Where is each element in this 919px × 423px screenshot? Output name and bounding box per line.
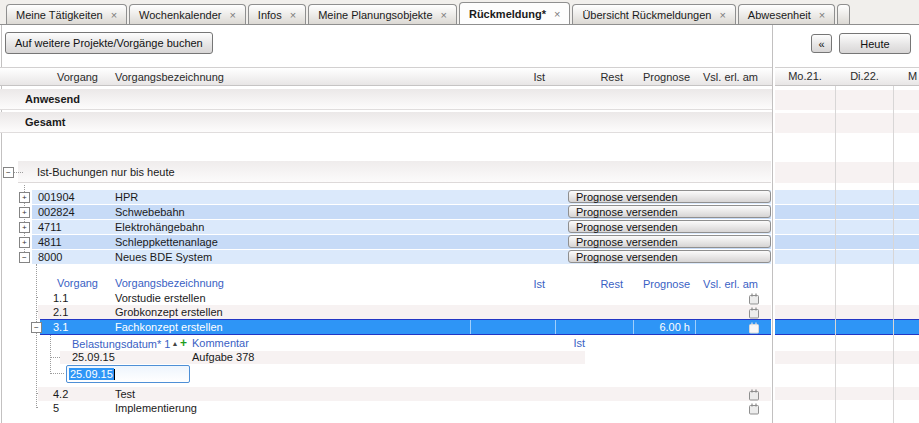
task-id: 4.2 [53, 387, 68, 401]
prognose-versenden-button[interactable]: Prognose versenden [568, 205, 771, 218]
selected-text: 25.09.15 [69, 368, 114, 380]
header-prognose: Prognose [625, 70, 690, 84]
panel-splitter[interactable] [772, 25, 773, 423]
prognose-versenden-button[interactable]: Prognose versenden [568, 235, 771, 248]
notes-icon[interactable] [748, 388, 760, 401]
booking-header-kommentar: Kommentar [192, 337, 249, 350]
calendar-row [775, 250, 919, 264]
task-name: Implementierung [115, 401, 197, 415]
subheader-rest: Rest [553, 277, 623, 291]
task-id: 5 [53, 401, 59, 415]
collapse-icon[interactable]: − [19, 252, 30, 263]
task-id: 2.1 [53, 305, 68, 319]
add-row-icon[interactable]: + [180, 336, 187, 350]
tab-meine-taetigkeiten[interactable]: Meine Tätigkeiten × [6, 4, 127, 24]
tab-uebersicht-rueckmeldungen[interactable]: Übersicht Rückmeldungen × [572, 4, 735, 24]
close-icon[interactable]: × [819, 9, 825, 21]
tab-label: Rückmeldung* [469, 8, 546, 20]
calendar-day-header: Mo.21. [775, 69, 835, 83]
tab-meine-planungsobjekte[interactable]: Meine Planungsobjekte × [308, 4, 457, 24]
project-id: 001904 [38, 190, 75, 204]
tab-label: Übersicht Rückmeldungen [582, 9, 711, 21]
tab-abwesenheit[interactable]: Abwesenheit × [738, 4, 835, 24]
project-row[interactable]: 8000 Neues BDE System Prognose versenden [32, 250, 771, 264]
notes-icon[interactable] [748, 306, 760, 319]
tab-label: Meine Tätigkeiten [16, 9, 103, 21]
prognose-versenden-button[interactable]: Prognose versenden [568, 190, 771, 203]
subheader-ist: Ist [465, 277, 545, 291]
calendar-day-header: Di.22. [836, 69, 893, 83]
project-row[interactable]: 4711 Elektrohängebahn Prognose versenden [32, 220, 771, 234]
booking-comment: Aufgabe 378 [192, 351, 254, 364]
project-name: Schwebebahn [115, 205, 185, 219]
project-id: 002824 [38, 205, 75, 219]
header-vorgang: Vorgang [57, 70, 98, 84]
rueckmeldung-screen: Meine Tätigkeiten × Wochenkalender × Inf… [0, 0, 919, 423]
project-name: Neues BDE System [115, 250, 212, 264]
expand-icon[interactable]: + [19, 207, 30, 218]
today-button[interactable]: Heute [839, 33, 911, 54]
expand-icon[interactable]: + [19, 237, 30, 248]
project-name: Elektrohängebahn [115, 220, 204, 234]
notes-icon[interactable] [748, 321, 760, 334]
task-row[interactable]: 4.2 Test [38, 387, 771, 401]
cell-separator [695, 320, 696, 334]
tab-rueckmeldung[interactable]: Rückmeldung* × [459, 2, 570, 25]
project-row[interactable]: 002824 Schwebebahn Prognose versenden [32, 205, 771, 219]
project-id: 4811 [38, 235, 62, 249]
header-vorgangsbezeichnung: Vorgangsbezeichnung [115, 70, 224, 84]
calendar-row [775, 190, 919, 204]
close-icon[interactable]: × [111, 9, 117, 21]
booking-header-datum[interactable]: Belastungsdatum* 1▲ [72, 337, 178, 350]
task-name: Vorstudie erstellen [115, 291, 206, 305]
prognose-versenden-button[interactable]: Prognose versenden [568, 250, 771, 263]
project-row[interactable]: 001904 HPR Prognose versenden [32, 190, 771, 204]
calendar-row [775, 305, 919, 319]
calendar-day-header: M [894, 69, 919, 83]
booking-row[interactable]: 25.09.15 Aufgabe 378 [60, 351, 585, 364]
summary-row-anwesend: Anwesend [0, 89, 772, 110]
expand-icon[interactable]: + [19, 192, 30, 203]
project-name: Schleppkettenanlage [115, 235, 218, 249]
tab-wochenkalender[interactable]: Wochenkalender × [129, 4, 246, 24]
tree-root-label: Ist-Buchungen nur bis heute [37, 166, 175, 178]
close-icon[interactable]: × [554, 8, 560, 20]
belastungsdatum-input[interactable]: 25.09.15 [66, 365, 190, 383]
tab-infos[interactable]: Infos × [248, 4, 306, 24]
header-vsl-erl-am: Vsl. erl. am [693, 70, 758, 84]
tab-label: Infos [258, 9, 282, 21]
collapse-icon[interactable]: − [31, 322, 42, 333]
task-row-selected[interactable]: 3.1 Fachkonzept erstellen 6.00 h [40, 319, 771, 335]
project-id: 8000 [38, 250, 62, 264]
cell-separator [470, 320, 471, 334]
summary-row-gesamt: Gesamt [0, 112, 772, 133]
task-row[interactable]: 2.1 Grobkonzept erstellen [38, 305, 771, 319]
tab-label: Abwesenheit [748, 9, 811, 21]
notes-icon[interactable] [748, 402, 760, 415]
task-row[interactable]: 5 Implementierung [38, 401, 771, 415]
booking-date: 25.09.15 [72, 351, 115, 364]
tab-partial[interactable] [837, 4, 850, 24]
close-icon[interactable]: × [719, 9, 725, 21]
calendar-row [775, 162, 919, 183]
prognose-versenden-button[interactable]: Prognose versenden [568, 220, 771, 233]
calendar-back-button[interactable]: « [811, 34, 832, 53]
tab-label: Meine Planungsobjekte [318, 9, 432, 21]
project-id: 4711 [38, 220, 62, 234]
close-icon[interactable]: × [441, 9, 447, 21]
tree-line [36, 264, 37, 408]
calendar-row-selected [775, 319, 919, 335]
collapse-icon[interactable]: − [3, 167, 14, 178]
close-icon[interactable]: × [290, 9, 296, 21]
close-icon[interactable]: × [229, 9, 235, 21]
book-more-projects-button[interactable]: Auf weitere Projekte/Vorgänge buchen [5, 32, 213, 54]
expand-icon[interactable]: + [19, 222, 30, 233]
project-row[interactable]: 4811 Schleppkettenanlage Prognose versen… [32, 235, 771, 249]
task-name: Test [115, 387, 135, 401]
task-row[interactable]: 1.1 Vorstudie erstellen [38, 291, 771, 305]
tree-root-row[interactable]: Ist-Buchungen nur bis heute [18, 161, 771, 183]
notes-icon[interactable] [748, 292, 760, 305]
calendar-row [775, 235, 919, 249]
task-prognose-value: 6.00 h [625, 320, 690, 334]
calendar-row [775, 351, 919, 364]
